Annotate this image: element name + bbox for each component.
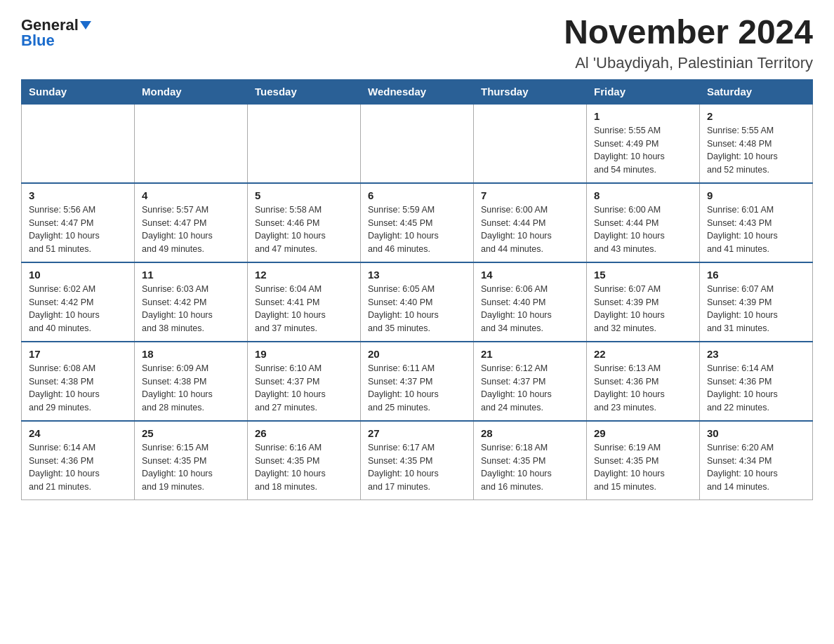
calendar-cell: 15Sunrise: 6:07 AMSunset: 4:39 PMDayligh… xyxy=(587,262,700,342)
title-block: November 2024 Al 'Ubaydiyah, Palestinian… xyxy=(564,14,813,72)
calendar-cell: 24Sunrise: 6:14 AMSunset: 4:36 PMDayligh… xyxy=(22,421,135,500)
day-number: 25 xyxy=(142,427,240,439)
day-number: 18 xyxy=(142,348,240,360)
calendar-cell: 14Sunrise: 6:06 AMSunset: 4:40 PMDayligh… xyxy=(474,262,587,342)
calendar-week-row: 24Sunrise: 6:14 AMSunset: 4:36 PMDayligh… xyxy=(22,421,813,500)
calendar-cell: 2Sunrise: 5:55 AMSunset: 4:48 PMDaylight… xyxy=(700,104,813,183)
calendar-cell: 7Sunrise: 6:00 AMSunset: 4:44 PMDaylight… xyxy=(474,183,587,262)
day-info: Sunrise: 6:19 AMSunset: 4:35 PMDaylight:… xyxy=(594,441,692,494)
day-info: Sunrise: 5:55 AMSunset: 4:49 PMDaylight:… xyxy=(594,124,692,177)
day-number: 22 xyxy=(594,348,692,360)
calendar-title: November 2024 xyxy=(564,14,813,51)
calendar-cell: 13Sunrise: 6:05 AMSunset: 4:40 PMDayligh… xyxy=(361,262,474,342)
calendar-cell: 22Sunrise: 6:13 AMSunset: 4:36 PMDayligh… xyxy=(587,342,700,421)
calendar-cell: 20Sunrise: 6:11 AMSunset: 4:37 PMDayligh… xyxy=(361,342,474,421)
day-info: Sunrise: 6:07 AMSunset: 4:39 PMDaylight:… xyxy=(707,283,805,335)
day-number: 8 xyxy=(594,189,692,201)
day-number: 14 xyxy=(481,269,579,281)
day-info: Sunrise: 6:18 AMSunset: 4:35 PMDaylight:… xyxy=(481,441,579,494)
calendar-cell: 6Sunrise: 5:59 AMSunset: 4:45 PMDaylight… xyxy=(361,183,474,262)
day-info: Sunrise: 6:04 AMSunset: 4:41 PMDaylight:… xyxy=(255,283,353,335)
calendar-cell: 23Sunrise: 6:14 AMSunset: 4:36 PMDayligh… xyxy=(700,342,813,421)
day-info: Sunrise: 6:16 AMSunset: 4:35 PMDaylight:… xyxy=(255,441,353,494)
day-number: 20 xyxy=(368,348,466,360)
weekday-header-tuesday: Tuesday xyxy=(248,79,361,104)
calendar-cell: 21Sunrise: 6:12 AMSunset: 4:37 PMDayligh… xyxy=(474,342,587,421)
calendar-cell: 28Sunrise: 6:18 AMSunset: 4:35 PMDayligh… xyxy=(474,421,587,500)
day-number: 1 xyxy=(594,110,692,122)
day-number: 15 xyxy=(594,269,692,281)
calendar-subtitle: Al 'Ubaydiyah, Palestinian Territory xyxy=(564,54,813,72)
logo-general: General xyxy=(21,18,79,33)
day-info: Sunrise: 6:14 AMSunset: 4:36 PMDaylight:… xyxy=(29,441,127,494)
calendar-cell: 29Sunrise: 6:19 AMSunset: 4:35 PMDayligh… xyxy=(587,421,700,500)
calendar-cell: 18Sunrise: 6:09 AMSunset: 4:38 PMDayligh… xyxy=(135,342,248,421)
calendar-cell: 27Sunrise: 6:17 AMSunset: 4:35 PMDayligh… xyxy=(361,421,474,500)
day-number: 30 xyxy=(707,427,805,439)
calendar-week-row: 1Sunrise: 5:55 AMSunset: 4:49 PMDaylight… xyxy=(22,104,813,183)
day-number: 12 xyxy=(255,269,353,281)
weekday-header-friday: Friday xyxy=(587,79,700,104)
day-info: Sunrise: 6:12 AMSunset: 4:37 PMDaylight:… xyxy=(481,362,579,415)
calendar-cell xyxy=(135,104,248,183)
calendar-cell xyxy=(22,104,135,183)
calendar-cell: 3Sunrise: 5:56 AMSunset: 4:47 PMDaylight… xyxy=(22,183,135,262)
weekday-header-wednesday: Wednesday xyxy=(361,79,474,104)
calendar-cell xyxy=(361,104,474,183)
calendar-cell: 11Sunrise: 6:03 AMSunset: 4:42 PMDayligh… xyxy=(135,262,248,342)
calendar-cell: 25Sunrise: 6:15 AMSunset: 4:35 PMDayligh… xyxy=(135,421,248,500)
calendar-cell: 30Sunrise: 6:20 AMSunset: 4:34 PMDayligh… xyxy=(700,421,813,500)
day-number: 29 xyxy=(594,427,692,439)
day-info: Sunrise: 6:02 AMSunset: 4:42 PMDaylight:… xyxy=(29,283,127,335)
day-number: 23 xyxy=(707,348,805,360)
day-number: 5 xyxy=(255,189,353,201)
calendar-cell: 26Sunrise: 6:16 AMSunset: 4:35 PMDayligh… xyxy=(248,421,361,500)
calendar-week-row: 3Sunrise: 5:56 AMSunset: 4:47 PMDaylight… xyxy=(22,183,813,262)
day-number: 24 xyxy=(29,427,127,439)
day-number: 16 xyxy=(707,269,805,281)
day-info: Sunrise: 6:10 AMSunset: 4:37 PMDaylight:… xyxy=(255,362,353,415)
day-info: Sunrise: 6:00 AMSunset: 4:44 PMDaylight:… xyxy=(481,203,579,256)
day-number: 17 xyxy=(29,348,127,360)
day-info: Sunrise: 6:20 AMSunset: 4:34 PMDaylight:… xyxy=(707,441,805,494)
calendar-cell xyxy=(248,104,361,183)
calendar-cell: 4Sunrise: 5:57 AMSunset: 4:47 PMDaylight… xyxy=(135,183,248,262)
day-number: 4 xyxy=(142,189,240,201)
day-number: 3 xyxy=(29,189,127,201)
day-number: 11 xyxy=(142,269,240,281)
calendar-cell: 5Sunrise: 5:58 AMSunset: 4:46 PMDaylight… xyxy=(248,183,361,262)
day-info: Sunrise: 5:56 AMSunset: 4:47 PMDaylight:… xyxy=(29,203,127,256)
day-info: Sunrise: 5:57 AMSunset: 4:47 PMDaylight:… xyxy=(142,203,240,256)
day-number: 6 xyxy=(368,189,466,201)
day-number: 2 xyxy=(707,110,805,122)
day-number: 10 xyxy=(29,269,127,281)
calendar-cell: 19Sunrise: 6:10 AMSunset: 4:37 PMDayligh… xyxy=(248,342,361,421)
day-info: Sunrise: 5:55 AMSunset: 4:48 PMDaylight:… xyxy=(707,124,805,177)
calendar-header-row: SundayMondayTuesdayWednesdayThursdayFrid… xyxy=(22,79,813,104)
day-info: Sunrise: 6:17 AMSunset: 4:35 PMDaylight:… xyxy=(368,441,466,494)
day-number: 7 xyxy=(481,189,579,201)
day-number: 21 xyxy=(481,348,579,360)
day-info: Sunrise: 6:08 AMSunset: 4:38 PMDaylight:… xyxy=(29,362,127,415)
day-info: Sunrise: 6:13 AMSunset: 4:36 PMDaylight:… xyxy=(594,362,692,415)
day-info: Sunrise: 5:59 AMSunset: 4:45 PMDaylight:… xyxy=(368,203,466,256)
calendar-cell: 17Sunrise: 6:08 AMSunset: 4:38 PMDayligh… xyxy=(22,342,135,421)
calendar-table: SundayMondayTuesdayWednesdayThursdayFrid… xyxy=(21,79,813,500)
day-info: Sunrise: 6:14 AMSunset: 4:36 PMDaylight:… xyxy=(707,362,805,415)
calendar-week-row: 10Sunrise: 6:02 AMSunset: 4:42 PMDayligh… xyxy=(22,262,813,342)
day-number: 13 xyxy=(368,269,466,281)
calendar-cell: 12Sunrise: 6:04 AMSunset: 4:41 PMDayligh… xyxy=(248,262,361,342)
day-number: 26 xyxy=(255,427,353,439)
page-header: General Blue November 2024 Al 'Ubaydiyah… xyxy=(21,14,813,72)
weekday-header-saturday: Saturday xyxy=(700,79,813,104)
day-info: Sunrise: 6:09 AMSunset: 4:38 PMDaylight:… xyxy=(142,362,240,415)
day-info: Sunrise: 6:00 AMSunset: 4:44 PMDaylight:… xyxy=(594,203,692,256)
weekday-header-sunday: Sunday xyxy=(22,79,135,104)
day-info: Sunrise: 6:06 AMSunset: 4:40 PMDaylight:… xyxy=(481,283,579,335)
logo: General Blue xyxy=(21,18,91,48)
day-info: Sunrise: 6:15 AMSunset: 4:35 PMDaylight:… xyxy=(142,441,240,494)
calendar-cell: 16Sunrise: 6:07 AMSunset: 4:39 PMDayligh… xyxy=(700,262,813,342)
day-number: 28 xyxy=(481,427,579,439)
day-info: Sunrise: 6:03 AMSunset: 4:42 PMDaylight:… xyxy=(142,283,240,335)
day-number: 19 xyxy=(255,348,353,360)
